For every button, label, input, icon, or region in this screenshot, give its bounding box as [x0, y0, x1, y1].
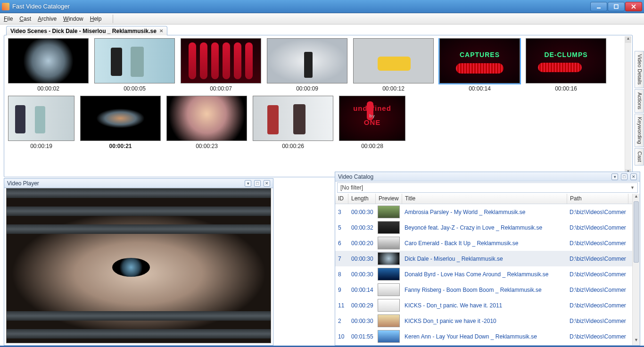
table-row[interactable]: 700:00:30Dick Dale - Miserlou _ Reklammu… [335, 251, 632, 266]
cell-title: Keren Ann - Lay Your Head Down _ Reklamm… [402, 333, 567, 340]
table-row[interactable]: 300:00:30Ambrosia Parsley - My World _ R… [335, 204, 632, 220]
cell-title: Donald Byrd - Love Has Come Around _ Rek… [402, 271, 567, 278]
table-row[interactable]: 1100:00:29KICKS - Don_t panic. We have i… [335, 297, 632, 313]
close-button[interactable] [625, 2, 642, 11]
scroll-up-icon[interactable]: ▲ [633, 194, 640, 201]
scene-thumbnail[interactable] [166, 96, 247, 141]
scene-timecode: 00:00:19 [30, 143, 52, 149]
cell-id: 9 [335, 287, 348, 293]
scene-thumb: 00:00:05 [93, 38, 176, 92]
cell-preview-thumbnail [378, 330, 400, 343]
scene-timecode: 00:00:14 [469, 85, 491, 92]
cell-title: Dick Dale - Miserlou _ Reklammusik.se [402, 256, 567, 262]
sidetab-video-details[interactable]: Video Details [635, 51, 644, 88]
scene-thumbnail[interactable] [8, 38, 89, 83]
panel-maximize-icon[interactable]: □ [254, 180, 261, 187]
col-preview[interactable]: Preview [376, 194, 402, 204]
table-row[interactable]: 500:00:32Beyoncé feat. Jay-Z - Crazy in … [335, 220, 632, 235]
cell-title: Beyoncé feat. Jay-Z - Crazy in Love _ Re… [402, 224, 567, 231]
catalog-maximize-icon[interactable]: □ [621, 174, 627, 180]
menu-file[interactable]: File [4, 16, 13, 22]
scene-thumbnail[interactable] [181, 38, 261, 83]
menu-help[interactable]: Help [90, 16, 102, 22]
catalog-scrollbar[interactable]: ▲ ▼ [632, 194, 640, 345]
cell-length: 00:00:14 [348, 287, 376, 293]
player-panel-title: Video Player [7, 180, 242, 187]
col-length[interactable]: Length [348, 194, 376, 204]
scrollbar-thumb[interactable] [634, 201, 639, 263]
cell-title: KICKS - Don_t panic. We have it. 2011 [402, 302, 567, 309]
scene-thumbnails: 00:00:0200:00:0500:00:0700:00:0900:00:12… [7, 38, 625, 175]
cell-path: D:\biz\Videos\Commer [567, 271, 628, 278]
table-row[interactable]: 200:00:30KICKS Don_t panic we have it -2… [335, 313, 632, 329]
scene-thumb: 00:00:21 [79, 96, 162, 149]
cell-id: 5 [335, 224, 348, 231]
sidetab-cast[interactable]: Cast [635, 148, 644, 165]
scene-thumbnail[interactable] [94, 38, 175, 83]
cell-preview-thumbnail [378, 314, 400, 327]
cell-path: D:\biz\Videos\Commer [567, 318, 628, 324]
cell-id: 8 [335, 271, 348, 278]
scene-thumb: 00:00:07 [180, 38, 262, 92]
scroll-up-icon[interactable]: ▲ [625, 36, 631, 43]
cell-id: 11 [335, 302, 348, 309]
panel-dropdown-icon[interactable]: ▾ [245, 180, 251, 187]
minimize-button[interactable] [590, 2, 607, 11]
col-id[interactable]: ID [335, 194, 348, 204]
table-row[interactable]: 800:00:30Donald Byrd - Love Has Come Aro… [335, 266, 632, 282]
catalog-filter-dropdown[interactable]: [No filter] ▼ [337, 182, 638, 193]
menu-window[interactable]: Window [63, 16, 83, 22]
scenes-scrollbar[interactable]: ▲ ▼ [625, 36, 631, 176]
menu-cast[interactable]: Cast [19, 16, 31, 22]
cell-title: Ambrosia Parsley - My World _ Reklammusi… [402, 209, 567, 215]
table-row[interactable]: 900:00:14Fanny Risberg - Boom Boom Boom … [335, 282, 632, 297]
catalog-filter-value: [No filter] [340, 184, 363, 191]
scene-thumbnail[interactable]: DE-CLUMPS [526, 38, 606, 83]
scene-timecode: 00:00:09 [296, 85, 318, 92]
scene-thumbnail[interactable] [253, 96, 333, 141]
panel-close-icon[interactable]: ✕ [264, 180, 270, 187]
video-catalog-panel: Video Catalog ▾ □ ✕ [No filter] ▼ ID Len… [335, 172, 640, 346]
scene-thumbnail[interactable] [353, 38, 434, 83]
scene-thumbnail[interactable] [8, 96, 74, 141]
cell-id: 10 [335, 333, 348, 340]
menu-archive[interactable]: Archive [38, 16, 57, 22]
scene-timecode: 00:00:07 [210, 85, 232, 92]
table-row[interactable]: 1000:01:55Keren Ann - Lay Your Head Down… [335, 329, 632, 344]
sidetab-actions[interactable]: Actions [635, 89, 644, 113]
cell-length: 00:00:30 [348, 271, 376, 278]
table-row[interactable]: 600:00:20Caro Emerald - Back It Up _ Rek… [335, 235, 632, 251]
scene-thumbnail[interactable]: CAPTURES [439, 38, 520, 83]
catalog-dropdown-icon[interactable]: ▾ [611, 174, 618, 180]
cell-title: KICKS Don_t panic we have it -2010 [402, 318, 567, 324]
scene-thumb: 00:00:09 [266, 38, 348, 92]
col-path[interactable]: Path [567, 194, 628, 204]
scene-thumbnail[interactable] [267, 38, 347, 83]
scroll-down-icon[interactable]: ▼ [633, 338, 640, 345]
cell-length: 00:00:32 [348, 224, 376, 231]
video-player-viewport[interactable] [6, 188, 271, 343]
cell-path: D:\biz\Videos\Commer [567, 256, 628, 262]
scenes-tab-close-icon[interactable]: ✕ [159, 28, 163, 33]
col-title[interactable]: Title [402, 194, 567, 204]
cell-id: 7 [335, 256, 348, 262]
video-player-panel: Video Player ▾ □ ✕ [4, 178, 273, 346]
scene-timecode: 00:00:05 [124, 85, 146, 92]
scene-timecode: 00:00:02 [37, 85, 59, 92]
scene-thumbnail[interactable]: undefinedbyONE [339, 96, 405, 141]
catalog-close-icon[interactable]: ✕ [630, 174, 637, 180]
cell-length: 00:00:29 [348, 302, 376, 309]
scenes-tab[interactable]: Video Scenes - Dick Dale - Miserlou _ Re… [6, 26, 167, 35]
cell-length: 00:01:55 [348, 333, 376, 340]
maximize-button[interactable] [608, 2, 625, 11]
scene-thumb: 00:00:23 [165, 96, 248, 149]
cell-preview-thumbnail [378, 283, 400, 296]
cell-preview-thumbnail [378, 252, 400, 265]
cell-path: D:\biz\Videos\Commer [567, 302, 628, 309]
scenes-tab-label: Video Scenes - Dick Dale - Miserlou _ Re… [10, 28, 157, 34]
cell-id: 2 [335, 318, 348, 324]
sidetab-keywording[interactable]: Keywording [635, 114, 644, 147]
scene-thumb: CAPTURES00:00:14 [438, 38, 521, 92]
catalog-table-header: ID Length Preview Title Path [335, 194, 640, 204]
scene-thumbnail[interactable] [80, 96, 161, 141]
